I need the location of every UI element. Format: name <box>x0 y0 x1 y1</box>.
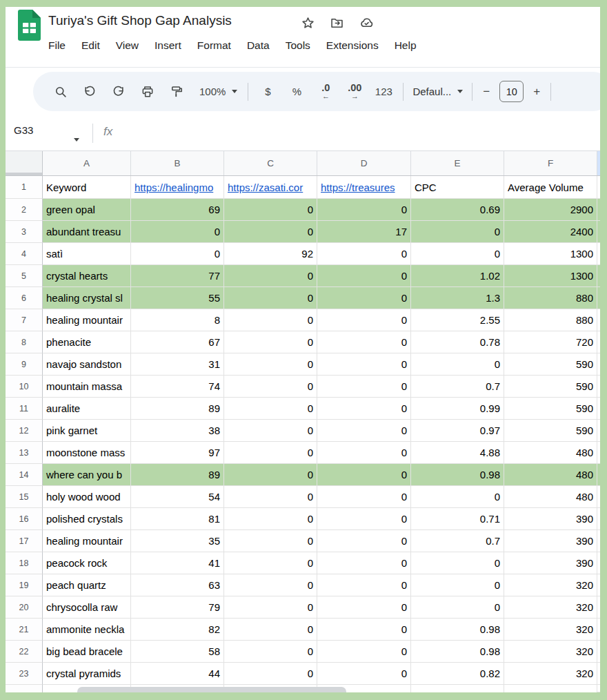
undo-icon[interactable] <box>75 79 104 104</box>
font-size-input[interactable]: 10 <box>499 81 524 102</box>
row-header[interactable]: 11 <box>6 398 43 420</box>
cell-site2-value[interactable]: 0 <box>224 309 317 331</box>
cell-site2-value[interactable]: 0 <box>224 353 317 376</box>
cell-keyword[interactable]: navajo sandston <box>43 353 131 376</box>
cell-cpc-value[interactable]: 0 <box>411 552 504 574</box>
cell-site2-value[interactable]: 0 <box>224 221 317 243</box>
cell-cpc-value[interactable]: 0.98 <box>411 619 504 641</box>
cell-site1-value[interactable]: 77 <box>131 265 224 287</box>
cell-site1-value[interactable]: 54 <box>131 486 224 508</box>
cell-site3-value[interactable]: 0 <box>317 464 411 486</box>
cell-site3-value[interactable]: 0 <box>317 530 411 552</box>
row-header[interactable]: 20 <box>6 596 43 619</box>
cell-site1-value[interactable]: 97 <box>131 442 224 464</box>
cell-volume-value[interactable]: 590 <box>504 376 597 398</box>
row-header[interactable]: 12 <box>6 420 43 442</box>
chevron-down-icon[interactable] <box>74 132 79 144</box>
cell-site1-value[interactable]: 0 <box>131 243 224 265</box>
cell-site3-value[interactable]: 0 <box>317 619 411 641</box>
row-header[interactable]: 4 <box>6 243 43 265</box>
cell-site2-value[interactable]: 0 <box>224 663 317 685</box>
column-header-e[interactable]: E <box>411 151 504 175</box>
menu-data[interactable]: Data <box>246 38 271 53</box>
increase-decimal-button[interactable]: .00 → <box>340 79 369 104</box>
row-header[interactable]: 14 <box>6 464 43 486</box>
row-header[interactable]: 23 <box>6 663 43 685</box>
row-header[interactable]: 10 <box>6 376 43 398</box>
cell-site3-value[interactable]: 0 <box>317 663 411 685</box>
cell-cpc-value[interactable]: 0.99 <box>411 398 504 420</box>
cell-volume-value[interactable]: 2400 <box>504 221 597 243</box>
cell-site1-value[interactable]: 89 <box>131 398 224 420</box>
decrease-font-size-button[interactable]: − <box>477 85 495 99</box>
row-header[interactable]: 19 <box>6 574 43 596</box>
cell-site3-value[interactable]: 0 <box>317 309 411 331</box>
row-header[interactable]: 22 <box>6 641 43 663</box>
cell-site3-value[interactable]: 0 <box>317 596 411 619</box>
cell-cpc-value[interactable]: 0.97 <box>411 420 504 442</box>
cell-site2-value[interactable]: 0 <box>224 287 317 309</box>
cell[interactable] <box>504 685 597 692</box>
menu-tools[interactable]: Tools <box>284 38 312 53</box>
cell-keyword[interactable]: chrysocolla raw <box>43 596 131 619</box>
print-icon[interactable] <box>133 79 162 104</box>
cell-keyword[interactable]: peacock rock <box>43 552 131 574</box>
cell-site3-value[interactable]: 0 <box>317 353 411 376</box>
cell-site2-value[interactable]: 0 <box>224 486 317 508</box>
cell[interactable] <box>411 685 504 692</box>
cell-site3-value[interactable]: 0 <box>317 420 411 442</box>
cell-cpc-value[interactable]: 0.69 <box>411 199 504 221</box>
number-format-button[interactable]: 123 <box>369 79 398 104</box>
cell-site3-value[interactable]: 0 <box>317 641 411 663</box>
menu-help[interactable]: Help <box>393 38 418 53</box>
row-header[interactable]: 18 <box>6 552 43 574</box>
horizontal-scrollbar[interactable] <box>77 687 346 692</box>
cell-cpc-value[interactable]: 0.7 <box>411 530 504 552</box>
cell-site2-value[interactable]: 92 <box>224 243 317 265</box>
row-header[interactable]: 7 <box>6 309 43 331</box>
cell-site1-value[interactable]: 89 <box>131 464 224 486</box>
cloud-saved-status-icon[interactable] <box>359 16 375 30</box>
cell-cpc-header[interactable]: CPC <box>411 176 504 199</box>
cell-site2-value[interactable]: 0 <box>224 641 317 663</box>
cell-site1-value[interactable]: 0 <box>131 221 224 243</box>
column-header-f[interactable]: F <box>504 151 597 175</box>
cell-volume-value[interactable]: 320 <box>504 663 597 685</box>
menu-edit[interactable]: Edit <box>80 38 101 53</box>
cell-site3-value[interactable]: 0 <box>317 552 411 574</box>
cell-cpc-value[interactable]: 0 <box>411 353 504 376</box>
cell-cpc-value[interactable]: 0.71 <box>411 508 504 530</box>
cell-volume-value[interactable]: 880 <box>504 309 597 331</box>
row-header[interactable]: 3 <box>6 221 43 243</box>
row-header[interactable]: 2 <box>6 199 43 221</box>
cell-volume-value[interactable]: 590 <box>504 420 597 442</box>
cell-site2-value[interactable]: 0 <box>224 398 317 420</box>
cell-keyword[interactable]: healing crystal sl <box>43 287 131 309</box>
cell-site1-link[interactable]: https://healingmo <box>131 176 224 199</box>
cell-volume-value[interactable]: 390 <box>504 530 597 552</box>
cell-cpc-value[interactable]: 0.82 <box>411 663 504 685</box>
cell-site3-value[interactable]: 0 <box>317 287 411 309</box>
cell-site2-value[interactable]: 0 <box>224 442 317 464</box>
cell-site1-value[interactable]: 81 <box>131 508 224 530</box>
row-header[interactable]: 1 <box>6 176 43 199</box>
format-currency-button[interactable]: $ <box>253 79 282 104</box>
cell-volume-value[interactable]: 720 <box>504 331 597 353</box>
zoom-select[interactable]: 100% <box>191 86 243 97</box>
cell-volume-value[interactable]: 320 <box>504 574 597 596</box>
cell-keyword[interactable]: moonstone mass <box>43 442 131 464</box>
row-header[interactable]: 13 <box>6 442 43 464</box>
menu-format[interactable]: Format <box>196 38 232 53</box>
cell-volume-value[interactable]: 2900 <box>504 199 597 221</box>
cell-cpc-value[interactable]: 0 <box>411 486 504 508</box>
cell-keyword[interactable]: big bead bracele <box>43 641 131 663</box>
sheets-logo[interactable] <box>18 10 41 41</box>
cell-volume-value[interactable]: 320 <box>504 641 597 663</box>
cell-keyword[interactable]: holy wood wood <box>43 486 131 508</box>
move-to-folder-button[interactable] <box>330 16 344 30</box>
cell-site3-value[interactable]: 0 <box>317 265 411 287</box>
cell-site2-link[interactable]: https://zasati.cor <box>224 176 317 199</box>
select-all-corner[interactable] <box>6 151 43 175</box>
cell-site2-value[interactable]: 0 <box>224 420 317 442</box>
cell-site1-value[interactable]: 44 <box>131 663 224 685</box>
